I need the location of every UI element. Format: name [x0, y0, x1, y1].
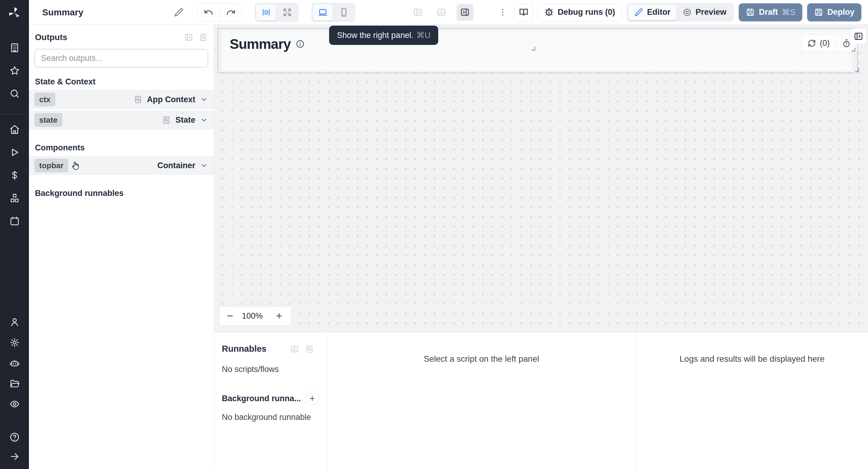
save-icon	[746, 7, 755, 17]
home-icon	[9, 124, 20, 135]
toggle-bottom-panel-button[interactable]	[433, 4, 450, 21]
sidebar-item-audit[interactable]	[0, 394, 29, 414]
boxes-icon	[9, 193, 20, 204]
draft-button[interactable]: Draft ⌘S	[739, 3, 802, 22]
smartphone-icon	[339, 7, 349, 17]
outputs-panel: Outputs State & Context ctx App Context	[29, 25, 214, 469]
chevron-down-icon[interactable]	[200, 95, 208, 104]
desktop-view-button[interactable]	[313, 4, 333, 21]
fullscreen-canvas-button[interactable]	[277, 4, 297, 21]
sidebar-item-folders[interactable]	[0, 373, 29, 394]
ctx-type-label: App Context	[147, 95, 195, 104]
panel-toggle-group	[410, 4, 473, 21]
outputs-doc-button[interactable]	[198, 33, 208, 42]
open-right-panel-button[interactable]	[850, 28, 866, 44]
topbar-component-selection: Summary	[218, 28, 858, 73]
sidebar-item-runs[interactable]	[0, 141, 29, 164]
debug-runs-button[interactable]: Debug runs (0)	[538, 3, 622, 22]
collapse-runnables-panel-button[interactable]	[290, 345, 299, 353]
doc-icon	[305, 345, 314, 353]
ctx-badge: ctx	[34, 93, 56, 106]
minus-icon	[226, 312, 234, 320]
docs-button[interactable]	[514, 3, 533, 22]
tab-preview[interactable]: Preview	[677, 4, 733, 20]
sidebar-item-home[interactable]	[0, 118, 29, 141]
output-row-topbar[interactable]: topbar Container	[29, 156, 214, 175]
info-icon[interactable]	[296, 39, 305, 49]
kebab-icon	[498, 8, 507, 17]
refresh-count: (0)	[820, 39, 830, 48]
edit-title-button[interactable]	[174, 7, 184, 17]
background-runnables-title: Background runna...	[222, 394, 301, 403]
bottom-panels: Runnables No scripts/flows Background ru…	[214, 332, 868, 469]
output-row-ctx[interactable]: ctx App Context	[29, 90, 214, 109]
topbar-component[interactable]: Summary	[222, 31, 852, 71]
toggle-left-panel-button[interactable]	[410, 4, 427, 21]
play-icon	[9, 147, 20, 158]
sidebar-item-variables[interactable]	[0, 164, 29, 187]
zoom-out-button[interactable]	[226, 312, 234, 320]
no-background-runnable-text: No background runnable	[222, 413, 319, 422]
bug-icon	[544, 7, 554, 17]
debug-runs-label: Debug runs (0)	[558, 7, 615, 17]
resize-handle[interactable]	[851, 48, 855, 52]
gear-icon	[9, 337, 20, 348]
save-icon	[814, 7, 824, 17]
arrow-right-icon	[9, 451, 20, 462]
dollar-icon	[9, 170, 20, 181]
resize-handle[interactable]	[855, 68, 859, 72]
bot-icon	[9, 358, 20, 368]
deploy-button[interactable]: Deploy	[807, 3, 861, 22]
undo-icon	[204, 7, 213, 17]
doc-icon	[162, 116, 171, 124]
output-row-state[interactable]: state State	[29, 111, 214, 129]
help-icon	[9, 432, 20, 442]
sidebar-item-workers[interactable]	[0, 353, 29, 373]
sidebar-item-workspace[interactable]	[0, 36, 29, 59]
canvas-zoom-control: 100%	[219, 306, 291, 325]
collapse-outputs-panel-button[interactable]	[184, 33, 193, 42]
sidebar-item-users[interactable]	[0, 312, 29, 332]
doc-icon	[198, 33, 208, 42]
sidebar-item-help[interactable]	[0, 428, 29, 447]
mobile-view-button[interactable]	[334, 4, 354, 21]
tab-editor[interactable]: Editor	[628, 4, 677, 20]
panel-left-icon	[413, 7, 423, 17]
undo-button[interactable]	[198, 3, 220, 22]
pencil-icon	[174, 7, 184, 17]
runnables-doc-button[interactable]	[305, 345, 314, 353]
zoom-in-button[interactable]	[270, 309, 288, 323]
draft-shortcut: ⌘S	[782, 7, 795, 17]
logs-placeholder-text: Logs and results will be displayed here	[680, 354, 825, 364]
redo-button[interactable]	[220, 3, 242, 22]
runnables-title: Runnables	[222, 344, 267, 354]
timer-icon	[842, 39, 851, 48]
tooltip-shortcut: ⌘U	[416, 30, 431, 40]
sidebar-item-schedules[interactable]	[0, 210, 29, 232]
windmill-logo[interactable]	[0, 0, 29, 25]
pencil-icon	[634, 8, 643, 17]
chevron-down-icon[interactable]	[200, 161, 208, 170]
align-center-icon	[261, 7, 271, 17]
refresh-components-button[interactable]: (0)	[801, 35, 836, 52]
toolbar-right-cluster: Debug runs (0) Editor Preview Draft ⌘S	[496, 3, 861, 22]
search-outputs-input[interactable]	[34, 49, 208, 67]
sidebar-item-settings[interactable]	[0, 332, 29, 353]
script-placeholder-text: Select a script on the left panel	[424, 354, 539, 364]
sidebar-item-search[interactable]	[0, 82, 29, 105]
plus-icon	[275, 312, 283, 320]
resize-handle[interactable]	[531, 47, 535, 51]
chevron-down-icon[interactable]	[200, 116, 208, 124]
topbar-badge: topbar	[34, 159, 68, 173]
app-canvas[interactable]: Summary (0)	[214, 25, 868, 332]
sidebar-item-favorites[interactable]	[0, 59, 29, 82]
center-canvas-button[interactable]	[256, 4, 276, 21]
more-menu-button[interactable]	[496, 4, 509, 21]
add-background-runnable-button[interactable]	[305, 392, 319, 405]
toggle-right-panel-button[interactable]	[457, 4, 473, 21]
sidebar-item-resources[interactable]	[0, 187, 29, 210]
zoom-level: 100%	[242, 311, 262, 321]
state-context-section-label: State & Context	[29, 70, 214, 90]
sidebar-divider	[0, 114, 29, 114]
sidebar-expand-button[interactable]	[0, 447, 29, 466]
